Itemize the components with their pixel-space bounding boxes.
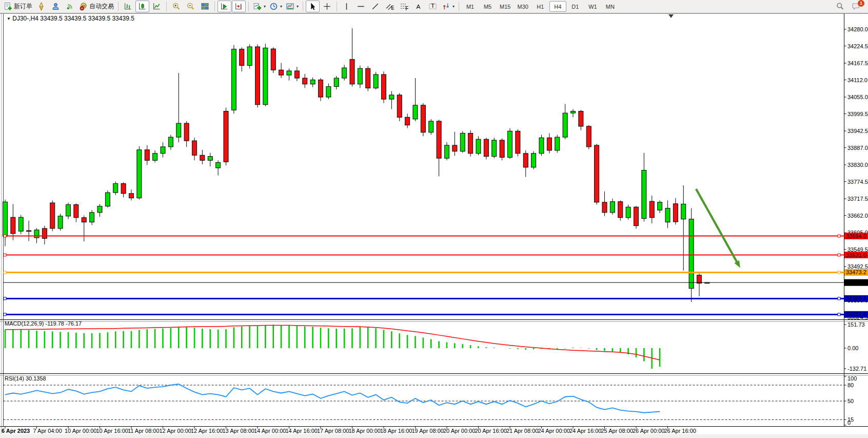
chartshift-icon [234, 2, 243, 11]
svg-text:33473.2: 33473.2 [846, 269, 866, 275]
svg-text:0.00: 0.00 [847, 345, 858, 351]
svg-text:-132.71: -132.71 [847, 366, 866, 372]
timeframe-w1-button[interactable]: W1 [584, 1, 601, 12]
svg-text:24 Apr 00:00: 24 Apr 00:00 [538, 428, 570, 434]
doc-plus-icon [4, 2, 12, 11]
dropdown-arrow-icon[interactable]: ▾ [297, 4, 299, 9]
svg-text:33999.5: 33999.5 [847, 111, 868, 117]
mql5-community-button[interactable] [49, 1, 63, 12]
svg-text:33887.0: 33887.0 [847, 145, 868, 151]
chat-button[interactable]: 1 [849, 1, 863, 12]
timeframe-h1-button[interactable]: H1 [532, 1, 549, 12]
zoom-in-button[interactable] [169, 1, 183, 12]
text-button[interactable]: A [411, 1, 425, 12]
crosshair-button[interactable] [320, 1, 334, 12]
svg-text:26 Apr 16:00: 26 Apr 16:00 [664, 428, 696, 434]
svg-text:12 Apr 00:00: 12 Apr 00:00 [160, 428, 191, 434]
zoom-in-icon [172, 2, 181, 11]
chart-ohlc-values: 33439.5 33439.5 33439.5 33439.5 [40, 15, 134, 22]
cursor-icon [308, 2, 317, 11]
rsi-indicator-label: RSI(14) 30.1358 [5, 375, 46, 382]
auto-scroll-button[interactable] [218, 1, 231, 12]
svg-text:20 Apr 16:00: 20 Apr 16:00 [475, 428, 507, 434]
channel-button[interactable]: E [383, 1, 397, 12]
svg-text:20 Apr 00:00: 20 Apr 00:00 [443, 428, 475, 434]
bar-chart-button[interactable] [121, 1, 135, 12]
toolbar-separator [303, 2, 303, 11]
timeframe-m30-button[interactable]: M30 [514, 1, 531, 12]
svg-text:14 Apr 00:00: 14 Apr 00:00 [254, 428, 286, 434]
svg-text:50: 50 [847, 398, 854, 404]
candle-chart-button[interactable] [135, 1, 149, 12]
toolbar: 新订单自动交易▾▾▾EFAT▾M1M5M15M30H1H4D1W1MN1 [0, 0, 868, 13]
svg-text:33439.5: 33439.5 [846, 279, 866, 285]
trendline-button[interactable] [368, 1, 382, 12]
svg-text:12 Apr 16:00: 12 Apr 16:00 [191, 428, 223, 434]
line-chart-button[interactable] [150, 1, 164, 12]
fibonacci-button[interactable]: F [397, 1, 411, 12]
mql5-market-button[interactable] [34, 1, 48, 12]
svg-text:33333.6: 33333.6 [846, 311, 866, 317]
svg-text:A: A [417, 3, 421, 10]
timeframe-d1-button[interactable]: D1 [567, 1, 584, 12]
svg-text:34167.5: 34167.5 [847, 60, 868, 66]
timeframe-mn-button[interactable]: MN [602, 1, 619, 12]
arrows-icon [442, 2, 450, 11]
horizontal-line-button[interactable] [354, 1, 368, 12]
svg-text:11 Apr 08:00: 11 Apr 08:00 [128, 428, 160, 434]
periods-button[interactable]: ▾ [268, 1, 284, 12]
toolbar-separator [214, 2, 215, 11]
svg-text:26 Apr 00:00: 26 Apr 00:00 [633, 428, 664, 434]
svg-text:33492.5: 33492.5 [847, 263, 868, 270]
tile-windows-button[interactable] [198, 1, 212, 12]
svg-text:33942.5: 33942.5 [847, 128, 868, 134]
new-order-button[interactable]: 新订单 [2, 1, 34, 12]
search-button[interactable] [833, 1, 847, 12]
person-icon [51, 2, 60, 11]
chart-menu-icon[interactable]: ▼ [7, 16, 11, 21]
templates-button[interactable]: ▾ [284, 1, 300, 12]
compass-icon [37, 2, 46, 11]
svg-text:80: 80 [847, 382, 854, 388]
indicators-button[interactable]: ▾ [251, 1, 267, 12]
svg-text:7 Apr 04:00: 7 Apr 04:00 [33, 428, 62, 434]
text-a-icon: A [414, 2, 423, 11]
autoscroll-icon [220, 2, 229, 11]
dropdown-arrow-icon[interactable]: ▾ [280, 4, 282, 9]
text-label-button[interactable]: T [426, 1, 440, 12]
autotrading-button[interactable]: 自动交易 [77, 1, 115, 12]
chart-shift-button[interactable] [232, 1, 246, 12]
template-icon [286, 2, 294, 11]
svg-text:E: E [391, 4, 394, 11]
svg-text:34055.0: 34055.0 [847, 94, 868, 100]
zoom-out-button[interactable] [184, 1, 198, 12]
svg-text:34112.0: 34112.0 [847, 77, 867, 83]
svg-text:18 Apr 00:00: 18 Apr 00:00 [349, 428, 381, 434]
cursor-button[interactable] [306, 1, 320, 12]
timeframe-h4-button[interactable]: H4 [549, 1, 566, 12]
vertical-line-button[interactable] [340, 1, 353, 12]
dropdown-arrow-icon[interactable]: ▾ [264, 4, 266, 9]
timeframe-m1-button[interactable]: M1 [462, 1, 479, 12]
svg-text:6 Apr 2023: 6 Apr 2023 [2, 428, 30, 434]
svg-text:33830.0: 33830.0 [847, 162, 868, 168]
svg-text:17 Apr 08:00: 17 Apr 08:00 [317, 428, 349, 434]
signals-button[interactable] [63, 1, 77, 12]
svg-text:19 Apr 08:00: 19 Apr 08:00 [412, 428, 444, 434]
timeframe-m5-button[interactable]: M5 [479, 1, 496, 12]
chart-canvas[interactable]: 34280.034224.534167.534112.034055.033999… [0, 0, 868, 438]
svg-text:151.73: 151.73 [847, 321, 865, 328]
timeframe-m15-button[interactable]: M15 [497, 1, 514, 12]
svg-text:18 Apr 16:00: 18 Apr 16:00 [380, 428, 412, 434]
time-axis[interactable]: 6 Apr 20237 Apr 04:0010 Apr 00:0010 Apr … [2, 427, 696, 434]
svg-text:10 Apr 00:00: 10 Apr 00:00 [65, 428, 96, 434]
arrows-button[interactable]: ▾ [440, 1, 456, 12]
candles-icon [138, 2, 147, 11]
autotrade-icon [79, 2, 88, 11]
chart-title: ▼ DJ30-,H4 33439.5 33439.5 33439.5 33439… [7, 15, 134, 22]
dropdown-arrow-icon[interactable]: ▾ [452, 4, 455, 9]
toolbar-separator [118, 2, 119, 11]
toolbar-separator [248, 2, 249, 11]
svg-text:T: T [431, 2, 435, 9]
zoom-out-icon [186, 2, 195, 11]
